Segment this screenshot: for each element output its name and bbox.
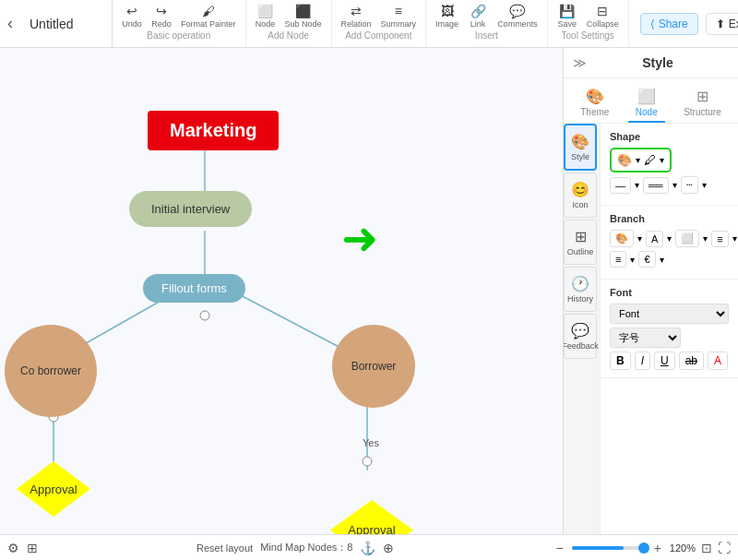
green-arrow-indicator: ➜ [341,212,378,264]
font-color-button[interactable]: A [708,351,728,370]
branch-option1[interactable]: ≡ [610,251,626,268]
history-side-icon: 🕐 [571,275,589,292]
shape-fill-button[interactable]: 🎨 [617,153,632,167]
branch-option2[interactable]: € [638,251,655,268]
zoom-slider[interactable] [572,546,646,550]
anchor-icon[interactable]: ⚓ [360,541,375,555]
node-borrower[interactable]: Borrower [332,325,415,408]
subnode-icon: ⬛ [295,4,311,18]
shape-dropdown-arrow2[interactable]: ▾ [660,155,664,165]
export-button[interactable]: ⬆ Export [706,13,738,35]
branch-align-dropdown[interactable]: ▾ [732,233,737,244]
basic-operation-label: Basic operation [147,30,210,41]
image-button[interactable]: 🖼 Image [432,2,462,30]
branch-color-btn[interactable]: 🎨 [610,230,634,247]
reset-layout-button[interactable]: Reset layout [196,542,253,554]
add-node-status-button[interactable]: ⊕ [383,541,394,555]
line-weight-btn[interactable]: ══ [643,177,669,194]
font-size-select[interactable]: 字号 10 12 14 16 18 [610,328,681,348]
bold-button[interactable]: B [610,351,631,370]
fit-view-button[interactable]: ⊡ [701,541,712,555]
layout-icon[interactable]: ⊞ [27,541,38,555]
side-tab-outline[interactable]: ⊞ Outline [564,220,597,265]
branch-section-title: Branch [610,213,729,224]
tab-theme[interactable]: 🎨 Theme [573,84,616,123]
tab-node[interactable]: ⬜ Node [628,84,665,123]
branch-style-btn[interactable]: A [646,231,663,247]
dash-dropdown[interactable]: ▾ [702,180,707,190]
strikethrough-button[interactable]: ab [679,351,704,370]
back-button[interactable]: ‹ [0,0,20,47]
branch-dropdown1[interactable]: ▾ [630,255,635,265]
node-initial-interview[interactable]: Initial interview [129,191,252,227]
italic-button[interactable]: I [635,351,650,370]
line-style-btn[interactable]: — [610,177,631,194]
tab-node-label: Node [636,107,658,117]
style-side-icon: 🎨 [571,133,589,150]
node-approval-left[interactable]: Approval [17,461,90,517]
node-approval-right[interactable]: Approval [330,500,413,534]
branch-align-btn[interactable]: ≡ [711,231,728,247]
collapse-button[interactable]: ⊟ Collapse [583,2,623,30]
icon-side-icon: 😊 [571,181,589,198]
relation-button[interactable]: ⇄ Relation [338,2,375,30]
underline-button[interactable]: U [654,351,675,370]
shape-border-button[interactable]: 🖊 [644,153,656,167]
branch-section: Branch 🎨 ▾ A ▾ ⬜ ▾ ≡ ▾ ≡ ▾ € [601,206,738,280]
add-node-label: Add Node [268,30,308,41]
branch-style-dropdown[interactable]: ▾ [667,233,672,244]
save-button[interactable]: 💾 Save [554,2,581,30]
toolbar-group-toolsettings: 💾 Save ⊟ Collapse Tool Settings [548,0,629,47]
font-family-select[interactable]: Font [610,304,729,324]
settings-icon[interactable]: ⚙ [7,541,19,555]
redo-button[interactable]: ↪ Redo [148,2,175,30]
node-fillout-forms[interactable]: Fillout forms [143,274,245,303]
tool-settings-label: Tool Settings [562,30,614,41]
summary-button[interactable]: ≡ Summary [377,2,421,30]
zoom-out-button[interactable]: − [553,541,565,555]
image-icon: 🖼 [441,4,454,18]
link-button[interactable]: 🔗 Link [464,2,492,30]
panel-collapse-button[interactable]: ≫ [573,55,587,70]
zoom-slider-thumb[interactable] [638,542,649,554]
undo-button[interactable]: ↩ Undo [118,2,146,30]
collapse-icon: ⊟ [597,4,608,18]
undo-icon: ↩ [126,4,137,18]
node-co-borrower[interactable]: Co borrower [5,325,97,417]
format-painter-button[interactable]: 🖌 Format Painter [177,2,240,30]
zoom-in-button[interactable]: + [651,541,664,555]
share-button[interactable]: ⟨ Share [640,13,698,35]
shape-dropdown-arrow1[interactable]: ▾ [636,155,640,165]
canvas-area[interactable]: Marketing Initial interview Fillout form… [0,48,563,534]
feedback-side-label: Feedback [563,341,599,351]
weight-dropdown[interactable]: ▾ [673,180,677,190]
panel-tabs: 🎨 Theme ⬜ Node ⊞ Structure [564,78,738,124]
branch-color-dropdown[interactable]: ▾ [637,233,642,244]
side-tab-feedback[interactable]: 💬 Feedback [564,314,597,359]
fullscreen-button[interactable]: ⛶ [718,541,731,555]
line-dash-btn[interactable]: ┄ [681,176,698,194]
shape-line-row: — ▾ ══ ▾ ┄ ▾ [610,176,729,194]
zoom-slider-fill [572,546,624,550]
tab-structure[interactable]: ⊞ Structure [676,84,729,123]
side-tab-history[interactable]: 🕐 History [564,267,597,312]
branch-shape-btn[interactable]: ⬜ [675,230,699,247]
outline-side-icon: ⊞ [575,228,587,245]
status-left: ⚙ ⊞ [7,541,38,555]
yes-label: Yes [363,437,379,448]
node-marketing[interactable]: Marketing [148,111,279,150]
line-dropdown[interactable]: ▾ [635,180,639,190]
mind-map-nodes-label: Mind Map Nodes：8 [260,541,352,554]
statusbar: ⚙ ⊞ Reset layout Mind Map Nodes：8 ⚓ ⊕ − … [0,534,738,560]
history-side-label: History [567,294,593,304]
branch-shape-dropdown[interactable]: ▾ [703,233,708,244]
add-component-label: Add Component [345,30,411,41]
side-tab-icon[interactable]: 😊 Icon [564,173,597,218]
subnode-button[interactable]: ⬛ Sub Node [281,2,326,30]
branch-dropdown2[interactable]: ▾ [660,255,664,265]
shape-section-title: Shape [610,131,729,142]
icon-side-label: Icon [572,200,588,209]
side-tab-style[interactable]: 🎨 Style [564,124,597,171]
node-button[interactable]: ⬜ Node [252,2,280,30]
comments-button[interactable]: 💬 Comments [494,2,542,30]
